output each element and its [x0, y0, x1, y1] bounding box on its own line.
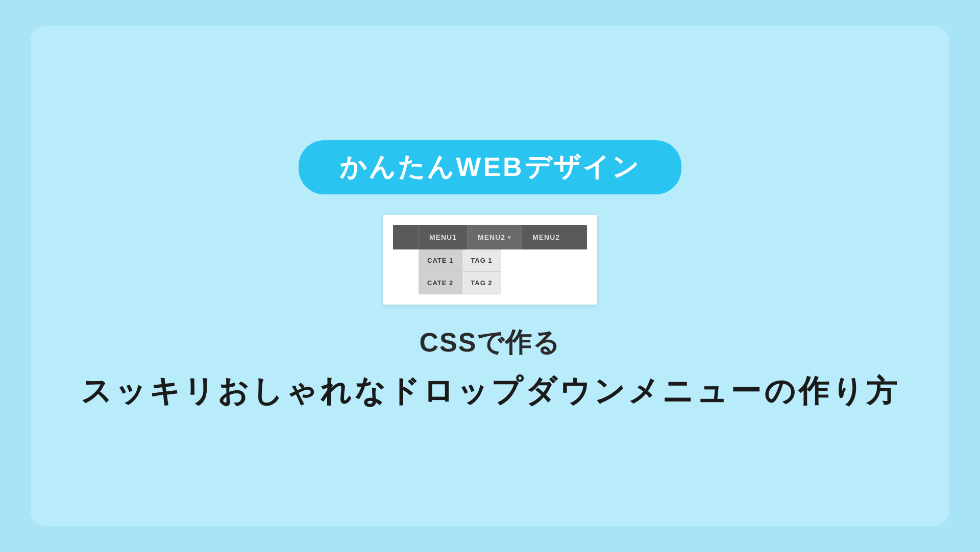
outer-frame: かんたんWEBデザイン MENU1 MENU2 ∨ MENU2 CATE 1 C… — [31, 26, 949, 526]
subtitle: CSSで作る — [420, 325, 561, 361]
bottom-text-section: CSSで作る スッキリおしゃれなドロップダウンメニューの作り方 — [81, 325, 900, 412]
nav-bar: MENU1 MENU2 ∨ MENU2 — [393, 225, 587, 249]
tag2-item[interactable]: TAG 2 — [462, 272, 501, 294]
cate2-item[interactable]: CATE 2 — [419, 272, 462, 294]
cate-column: CATE 1 CATE 2 — [419, 249, 462, 294]
chevron-down-icon: ∨ — [507, 234, 511, 240]
nav-demo: MENU1 MENU2 ∨ MENU2 CATE 1 CATE 2 TAG 1 … — [383, 215, 597, 305]
main-title: スッキリおしゃれなドロップダウンメニューの作り方 — [81, 371, 900, 412]
nav-bar-spacer — [393, 225, 419, 249]
title-badge-text: かんたんWEBデザイン — [339, 152, 640, 182]
nav-menu1[interactable]: MENU1 — [419, 225, 467, 249]
nav-menu2-dropdown[interactable]: MENU2 ∨ — [467, 225, 522, 249]
cate1-item[interactable]: CATE 1 — [419, 249, 462, 272]
nav-menu3[interactable]: MENU2 — [522, 225, 570, 249]
tag-column: TAG 1 TAG 2 — [462, 249, 501, 294]
tag1-item[interactable]: TAG 1 — [462, 249, 501, 272]
title-badge: かんたんWEBデザイン — [299, 140, 681, 194]
dropdown-container: CATE 1 CATE 2 TAG 1 TAG 2 — [419, 249, 587, 294]
